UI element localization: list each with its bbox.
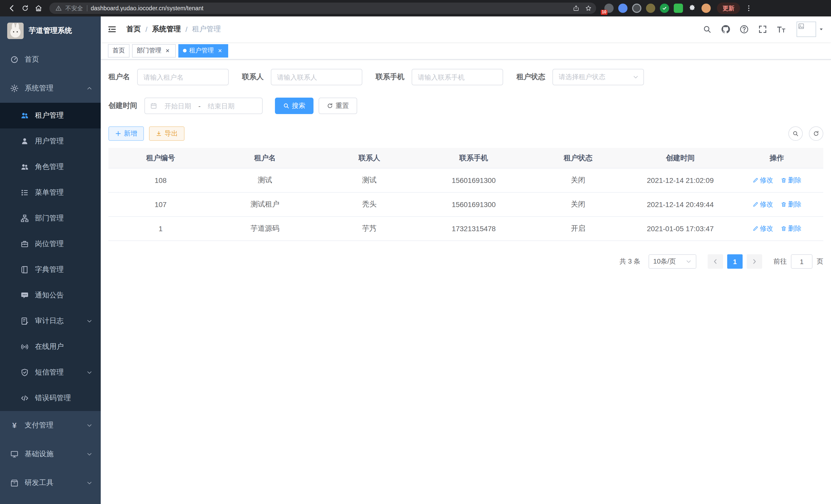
- browser-back-button[interactable]: [5, 2, 19, 15]
- contact-input[interactable]: [271, 69, 362, 85]
- breadcrumb-item-home[interactable]: 首页: [126, 25, 141, 34]
- reset-button[interactable]: 重置: [319, 98, 357, 114]
- export-button[interactable]: 导出: [149, 126, 184, 141]
- check-icon: [662, 6, 667, 11]
- close-icon[interactable]: ×: [217, 47, 224, 54]
- search-button[interactable]: 搜索: [275, 98, 314, 114]
- page-1-button[interactable]: 1: [727, 254, 743, 269]
- start-date-input[interactable]: [159, 102, 196, 110]
- sidebar-item-audit-log[interactable]: 审计日志: [0, 308, 101, 334]
- breadcrumb-item-system[interactable]: 系统管理: [152, 25, 181, 34]
- sidebar-item-post[interactable]: 岗位管理: [0, 231, 101, 257]
- phone-label: 联系手机: [376, 72, 404, 82]
- next-page-button[interactable]: [747, 254, 762, 269]
- toolbox-icon: [10, 479, 19, 487]
- edit-link[interactable]: 修改: [752, 224, 773, 233]
- goto-page-input[interactable]: [791, 254, 812, 269]
- sidebar-item-menu[interactable]: 菜单管理: [0, 180, 101, 206]
- font-size-button[interactable]: [774, 22, 789, 36]
- bookmark-button[interactable]: [583, 3, 594, 14]
- fullscreen-button[interactable]: [755, 22, 770, 36]
- add-button-label: 新增: [124, 129, 137, 138]
- extensions-puzzle-button[interactable]: [688, 4, 697, 13]
- col-header-id: 租户编号: [109, 153, 213, 162]
- tenant-name-input[interactable]: [137, 69, 229, 85]
- filter-row-1: 租户名 联系人 联系手机 租户状态 请选择租户状态: [109, 69, 823, 85]
- sidebar-item-online-user[interactable]: 在线用户: [0, 334, 101, 360]
- cell-name: 测试: [213, 176, 317, 185]
- sidebar-item-sms[interactable]: 短信管理: [0, 360, 101, 385]
- table-row[interactable]: 107 测试租户 秃头 15601691300 关闭 2021-12-14 20…: [109, 192, 823, 217]
- sidebar-item-dept[interactable]: 部门管理: [0, 206, 101, 231]
- extension-icon-olive[interactable]: [646, 4, 655, 13]
- browser-profile-avatar[interactable]: [701, 4, 711, 13]
- close-icon[interactable]: ×: [164, 47, 171, 54]
- sidebar-item-label: 角色管理: [35, 162, 64, 172]
- sidebar-item-user[interactable]: 用户管理: [0, 128, 101, 154]
- page-size-select[interactable]: 10条/页: [649, 254, 696, 269]
- cell-created: 2021-01-05 17:03:47: [630, 225, 730, 233]
- sidebar-item-notice[interactable]: 通知公告: [0, 283, 101, 308]
- sidebar-item-label: 在线用户: [35, 342, 64, 351]
- tab-label: 租户管理: [189, 46, 214, 55]
- browser-reload-button[interactable]: [19, 2, 32, 15]
- extension-icon-green-square[interactable]: [674, 4, 683, 13]
- sidebar-item-payment[interactable]: ¥ 支付管理: [0, 411, 101, 440]
- app-title: 芋道管理系统: [29, 26, 72, 35]
- col-header-phone: 联系手机: [422, 153, 526, 162]
- sidebar-item-dict[interactable]: 字典管理: [0, 257, 101, 283]
- browser-menu-button[interactable]: [742, 2, 755, 15]
- chrome-update-button[interactable]: 更新: [717, 3, 740, 14]
- phone-input[interactable]: [412, 69, 503, 85]
- share-button[interactable]: [570, 3, 582, 14]
- browser-home-button[interactable]: [32, 2, 45, 15]
- extension-icon-notifications[interactable]: 10: [604, 4, 613, 13]
- sidebar-item-infra[interactable]: 基础设施: [0, 440, 101, 469]
- extensions-area: 10: [604, 4, 711, 13]
- toggle-search-button[interactable]: [789, 126, 803, 141]
- table-row[interactable]: 108 测试 测试 15601691300 关闭 2021-12-14 21:0…: [109, 169, 823, 192]
- sidebar-item-role[interactable]: 角色管理: [0, 154, 101, 180]
- tab-dept[interactable]: 部门管理 ×: [132, 44, 176, 57]
- create-time-range-picker[interactable]: -: [144, 98, 263, 114]
- extension-icon-green-check[interactable]: [660, 4, 669, 13]
- edit-link[interactable]: 修改: [752, 200, 773, 209]
- delete-link[interactable]: 删除: [780, 200, 801, 209]
- trash-icon: [780, 226, 786, 232]
- tenant-name-label: 租户名: [109, 72, 130, 82]
- address-divider: [87, 5, 87, 11]
- people-icon: [21, 112, 29, 120]
- sidebar-item-error-code[interactable]: 错误码管理: [0, 385, 101, 411]
- sidebar-item-label: 租户管理: [35, 111, 64, 120]
- font-size-icon: [776, 25, 786, 34]
- tab-tenant-active[interactable]: 租户管理 ×: [178, 44, 228, 57]
- edit-link[interactable]: 修改: [752, 176, 773, 185]
- logo[interactable]: 芋道管理系统: [0, 17, 101, 45]
- user-menu[interactable]: [797, 22, 824, 37]
- header-search-button[interactable]: [700, 22, 714, 36]
- sidebar-item-system[interactable]: 系统管理: [0, 74, 101, 103]
- github-link[interactable]: [718, 22, 733, 36]
- refresh-table-button[interactable]: [809, 126, 823, 141]
- sidebar-toggle-button[interactable]: [101, 17, 123, 42]
- add-button[interactable]: 新增: [109, 126, 144, 141]
- delete-link[interactable]: 删除: [780, 176, 801, 185]
- tab-home[interactable]: 首页: [108, 44, 130, 57]
- table-row[interactable]: 1 芋道源码 芋艿 17321315478 开启 2021-01-05 17:0…: [109, 217, 823, 241]
- extension-icon-dark[interactable]: [632, 4, 641, 13]
- sidebar-item-home[interactable]: 首页: [0, 45, 101, 74]
- cell-id: 1: [109, 225, 213, 233]
- delete-link[interactable]: 删除: [780, 224, 801, 233]
- extension-icon-blue[interactable]: [618, 4, 628, 13]
- prev-page-button[interactable]: [708, 254, 723, 269]
- sidebar-item-devtools[interactable]: 研发工具: [0, 469, 101, 497]
- status-select[interactable]: 请选择租户状态: [552, 69, 644, 85]
- end-date-input[interactable]: [203, 102, 240, 110]
- sidebar-item-label: 首页: [25, 55, 39, 64]
- sidebar-item-tenant[interactable]: 租户管理: [0, 103, 101, 128]
- plus-icon: [115, 130, 121, 137]
- update-label: 更新: [722, 4, 735, 12]
- address-bar[interactable]: 不安全 dashboard.yudao.iocoder.cn/system/te…: [49, 3, 596, 14]
- help-button[interactable]: [737, 22, 751, 36]
- briefcase-icon: [21, 240, 29, 248]
